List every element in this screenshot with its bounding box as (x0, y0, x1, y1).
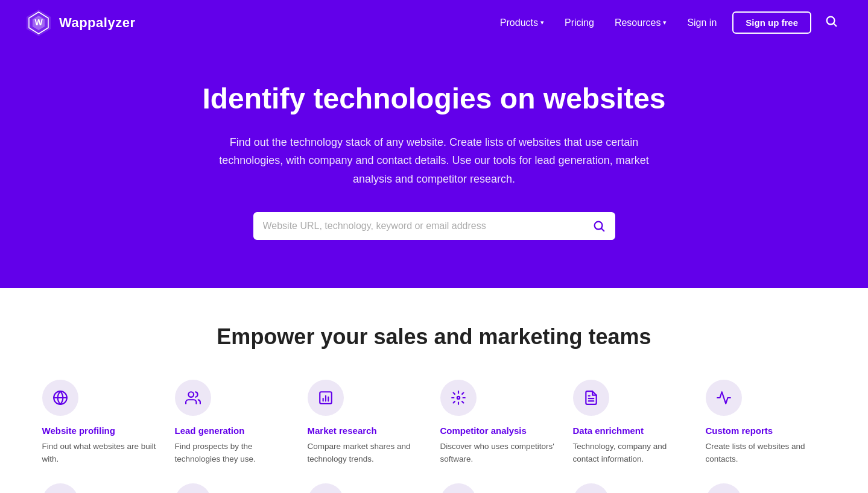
feature-item-competitor-analysis[interactable]: Competitor analysisDiscover who uses com… (440, 380, 561, 465)
market-research-title: Market research (308, 425, 377, 436)
hero-subtitle: Find out the technology stack of any web… (211, 133, 657, 189)
svg-line-7 (601, 229, 604, 231)
nav-links: Products ▾ Pricing Resources ▾ Sign in S… (492, 10, 844, 36)
svg-text:W: W (34, 17, 43, 27)
feature-item-website-monitoring[interactable]: Website monitoringMonitor website techno… (42, 483, 163, 493)
api-access-icon (573, 483, 609, 493)
security-recon-icon (706, 483, 742, 493)
crm-integration-icon (308, 483, 344, 493)
nav-products-label: Products (500, 17, 538, 28)
custom-reports-icon (706, 380, 742, 416)
competitor-analysis-title: Competitor analysis (440, 425, 527, 436)
svg-point-12 (457, 397, 459, 399)
search-icon (825, 14, 838, 28)
svg-line-5 (834, 24, 836, 26)
feature-item-market-research[interactable]: Market researchCompare market shares and… (308, 380, 428, 465)
custom-reports-title: Custom reports (706, 425, 773, 436)
competitor-analysis-desc: Discover who uses competitors' software. (440, 441, 561, 465)
logo-link[interactable]: W Wappalyzer (24, 8, 135, 37)
search-bar (253, 212, 615, 240)
nav-products[interactable]: Products ▾ (492, 13, 553, 33)
features-grid: Website profilingFind out what websites … (42, 380, 826, 493)
nav-pricing[interactable]: Pricing (556, 13, 603, 33)
feature-item-website-profiling[interactable]: Website profilingFind out what websites … (42, 380, 163, 465)
nav-resources-label: Resources (615, 17, 661, 28)
feature-item-data-enrichment[interactable]: Data enrichmentTechnology, company and c… (573, 380, 694, 465)
data-enrichment-icon (573, 380, 609, 416)
website-profiling-title: Website profiling (42, 425, 115, 436)
market-research-icon (308, 380, 344, 416)
feature-item-security-recon[interactable]: Security reconReveal web technologies an… (706, 483, 826, 493)
lead-generation-desc: Find prospects by the technologies they … (175, 441, 296, 465)
feature-item-custom-reports[interactable]: Custom reportsCreate lists of websites a… (706, 380, 826, 465)
search-submit-icon (592, 219, 606, 233)
logo-text: Wappalyzer (59, 15, 135, 31)
browser-extension-icon (175, 483, 211, 493)
feature-item-browser-extension[interactable]: Browser extensionSee the technologies on… (175, 483, 296, 493)
signin-link[interactable]: Sign in (679, 13, 725, 33)
competitor-analysis-icon (440, 380, 477, 416)
search-input[interactable] (263, 215, 585, 237)
navbar: W Wappalyzer Products ▾ Pricing Resource… (0, 0, 868, 45)
feature-item-crm-integration[interactable]: CRM integrationSee the technologies of y… (308, 483, 428, 493)
website-profiling-icon (42, 380, 78, 416)
website-profiling-desc: Find out what websites are built with. (42, 441, 163, 465)
nav-pricing-label: Pricing (565, 17, 594, 28)
search-icon-button[interactable] (819, 10, 844, 36)
custom-reports-desc: Create lists of websites and contacts. (706, 441, 826, 465)
lead-generation-icon (175, 380, 211, 416)
hero-section: Identify technologies on websites Find o… (0, 45, 868, 288)
feature-item-lead-generation[interactable]: Lead generationFind prospects by the tec… (175, 380, 296, 465)
email-verification-icon (440, 483, 477, 493)
features-section: Empower your sales and marketing teams W… (0, 288, 868, 493)
lead-generation-title: Lead generation (175, 425, 245, 436)
features-title: Empower your sales and marketing teams (24, 324, 844, 350)
chevron-down-icon-resources: ▾ (663, 19, 667, 27)
hero-title: Identify technologies on websites (24, 81, 844, 116)
data-enrichment-desc: Technology, company and contact informat… (573, 441, 694, 465)
logo-icon: W (24, 8, 53, 37)
chevron-down-icon: ▾ (540, 19, 544, 27)
feature-item-email-verification[interactable]: Email verificationImprove delivery and m… (440, 483, 561, 493)
data-enrichment-title: Data enrichment (573, 425, 644, 436)
feature-item-api-access[interactable]: API accessInstant and real-time technolo… (573, 483, 694, 493)
svg-point-10 (188, 392, 194, 398)
search-submit-button[interactable] (585, 215, 613, 237)
market-research-desc: Compare market shares and technology tre… (308, 441, 428, 465)
signup-button[interactable]: Sign up free (732, 11, 811, 34)
nav-resources[interactable]: Resources ▾ (606, 13, 675, 33)
website-monitoring-icon (42, 483, 78, 493)
